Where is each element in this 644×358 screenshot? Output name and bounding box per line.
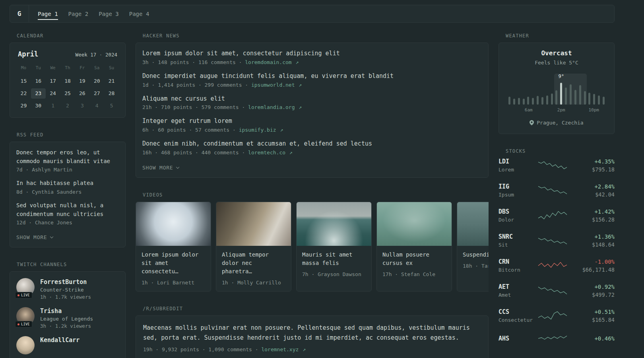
hn-item-domain-link[interactable]: loremlandia.org ↗: [248, 104, 302, 110]
stock-name: Amet: [499, 292, 535, 298]
weather-bar: [579, 85, 581, 105]
stock-row[interactable]: CRN Bitcorn -1.00% $66,171.48: [499, 258, 615, 273]
videos-widget-title: VIDEOS: [143, 192, 489, 198]
stock-row[interactable]: CCS Consectetur +0.51% $165.84: [499, 308, 615, 323]
hn-show-more-button[interactable]: SHOW MORE: [142, 165, 179, 171]
weather-bar: [513, 99, 515, 105]
subreddit-post: Maecenas mollis pulvinar erat non posuer…: [143, 323, 481, 352]
calendar-day-next-month: 4: [89, 101, 104, 111]
calendar-day-selected: 23: [31, 88, 46, 99]
external-link-icon: ↗: [299, 104, 302, 110]
stock-row[interactable]: IIG Ipsum +2.84% $42.04: [499, 183, 615, 198]
channel-category: League of Legends: [40, 316, 93, 322]
subreddit-post-domain-link[interactable]: loremnet.xyz ↗: [261, 346, 306, 352]
tab-page-2[interactable]: Page 2: [68, 5, 89, 22]
rss-item-title[interactable]: Donec tempor eros leo, ut commodo mauris…: [16, 149, 110, 164]
hn-item-stats: 21h · 710 points · 579 comments ·: [142, 104, 248, 110]
stock-price: $42.04: [570, 191, 615, 198]
hn-item-meta: 16h · 468 points · 440 comments · loremt…: [142, 150, 482, 156]
rss-item-title[interactable]: Sed volutpat nulla nisl, a condimentum n…: [16, 202, 103, 217]
page-tabs: Page 1 Page 2 Page 3 Page 4: [38, 5, 149, 22]
hn-item-title[interactable]: Donec imperdiet augue tincidunt felis al…: [142, 72, 394, 80]
weather-bar: [584, 91, 586, 105]
video-card[interactable]: Mauris sit amet massa felis 7h · Grayson…: [296, 202, 372, 292]
video-card[interactable]: Suspendisse diam 18h · Tara: [457, 202, 489, 292]
dashboard: G Page 1 Page 2 Page 3 Page 4 CALENDAR A…: [10, 5, 615, 358]
video-title[interactable]: Suspendisse diam: [463, 251, 489, 258]
video-thumbnail[interactable]: [377, 202, 452, 246]
video-title[interactable]: Nullam posuere cursus ex: [382, 251, 429, 266]
stock-values: +1.36% $148.64: [570, 233, 615, 248]
weather-time-ticks: 6am2pm10pm: [508, 107, 605, 113]
left-column: CALENDAR April Week 17 · 2024 Mo Tu We: [10, 33, 126, 358]
video-title[interactable]: Mauris sit amet massa felis: [302, 251, 352, 266]
stock-row[interactable]: DBS Dolor +1.42% $156.28: [499, 208, 615, 223]
hn-item-title[interactable]: Integer eget rutrum lorem: [142, 117, 232, 125]
rss-item-title[interactable]: In hac habitasse platea: [16, 180, 93, 186]
rss-item-meta: 8d · Cynthia Saunders: [16, 189, 119, 195]
hn-item-stats: 3h · 148 points · 116 comments ·: [142, 59, 245, 65]
avatar: [16, 336, 35, 354]
day-header: Su: [104, 65, 119, 70]
tab-page-4[interactable]: Page 4: [129, 5, 149, 22]
stock-symbol: LDI: [499, 158, 535, 165]
tab-page-1[interactable]: Page 1: [38, 5, 58, 22]
twitch-channel-row[interactable]: KendallCarr: [16, 336, 119, 354]
video-thumbnail[interactable]: [297, 202, 371, 246]
weather-widget: WEATHER Overcast Feels like 5°C 9° 6am2p…: [499, 33, 615, 134]
calendar-year: 2024: [105, 52, 117, 58]
weather-bar: [537, 96, 539, 105]
channel-name[interactable]: Trisha: [40, 307, 62, 315]
video-card[interactable]: Aliquam tempor dolor nec pharetra… 1h · …: [216, 202, 291, 292]
hn-item-domain-link[interactable]: loremdomain.com ↗: [245, 59, 299, 65]
video-thumbnail[interactable]: [136, 202, 211, 246]
video-title[interactable]: Lorem ipsum dolor sit amet consectetu…: [142, 251, 198, 274]
weather-tick-label: 6am: [525, 107, 533, 113]
subreddit-post-domain: loremnet.xyz: [261, 346, 299, 352]
hn-item-domain-link[interactable]: ipsumify.biz ↗: [239, 127, 283, 133]
video-thumbnail[interactable]: [457, 202, 489, 246]
channel-info: Trisha League of Legends 3h · 1.2k viewe…: [40, 307, 93, 329]
hn-item-title[interactable]: Donec enim nibh, condimentum et accumsan…: [142, 140, 372, 147]
stock-row[interactable]: LDI Lorem +4.35% $795.18: [499, 158, 615, 173]
tab-page-3[interactable]: Page 3: [99, 5, 119, 22]
rss-show-more-button[interactable]: SHOW MORE: [16, 234, 53, 240]
channel-name[interactable]: ForrestBurton: [40, 278, 87, 286]
hn-item-title[interactable]: Lorem ipsum dolor sit amet, consectetur …: [142, 50, 340, 57]
weather-tick-label: 10pm: [588, 107, 599, 113]
hn-item-domain-link[interactable]: ipsumworld.net ↗: [251, 82, 302, 88]
stock-symbol: CCS: [499, 308, 535, 315]
stock-row[interactable]: AHS +0.46%: [499, 333, 615, 345]
calendar-header: April Week 17 · 2024: [16, 49, 119, 58]
twitch-widget: TWITCH CHANNELS LIVE ForrestBurton Count…: [10, 262, 126, 358]
hn-item-meta: 6h · 60 points · 57 comments · ipsumify.…: [142, 127, 482, 133]
weather-feels-like: Feels like 5°C: [505, 60, 608, 66]
hn-item-domain-link[interactable]: loremtech.co ↗: [248, 150, 293, 156]
video-card[interactable]: Nullam posuere cursus ex 17h · Stefan Co…: [376, 202, 452, 292]
stock-sparkline: [538, 260, 567, 272]
channel-name[interactable]: KendallCarr: [40, 337, 80, 344]
video-info: Aliquam tempor dolor nec pharetra… 1h · …: [216, 246, 291, 291]
middle-column: HACKER NEWS Lorem ipsum dolor sit amet, …: [136, 33, 489, 358]
stock-values: +0.51% $165.84: [570, 309, 615, 323]
calendar-day: 28: [104, 88, 119, 99]
subreddit-post-title[interactable]: Maecenas mollis pulvinar erat non posuer…: [143, 324, 470, 342]
video-card[interactable]: Lorem ipsum dolor sit amet consectetu… 1…: [136, 202, 211, 292]
rss-item: In hac habitasse platea 8d · Cynthia Sau…: [16, 179, 119, 195]
app-logo[interactable]: G: [10, 5, 29, 22]
video-thumbnail[interactable]: [216, 202, 291, 246]
hn-item-title[interactable]: Aliquam nec cursus elit: [142, 95, 225, 102]
hn-item-stats: 6h · 60 points · 57 comments ·: [142, 127, 239, 133]
video-title[interactable]: Aliquam tempor dolor nec pharetra…: [222, 251, 269, 274]
video-info: Suspendisse diam 18h · Tara: [457, 246, 489, 274]
twitch-channel-row[interactable]: LIVE ForrestBurton Counter-Strike 1h · 1…: [16, 278, 119, 300]
stock-row[interactable]: SNRC Sit +1.36% $148.64: [499, 233, 615, 248]
stock-sparkline: [538, 333, 567, 345]
stock-sparkline: [538, 210, 567, 222]
twitch-channel-row[interactable]: LIVE Trisha League of Legends 3h · 1.2k …: [16, 307, 119, 329]
weather-bar: [508, 97, 510, 105]
calendar-day: 17: [46, 76, 60, 86]
hn-item-domain: loremlandia.org: [248, 104, 295, 110]
stock-price: $795.18: [570, 166, 615, 173]
stock-row[interactable]: AET Amet +0.92% $499.72: [499, 283, 615, 298]
